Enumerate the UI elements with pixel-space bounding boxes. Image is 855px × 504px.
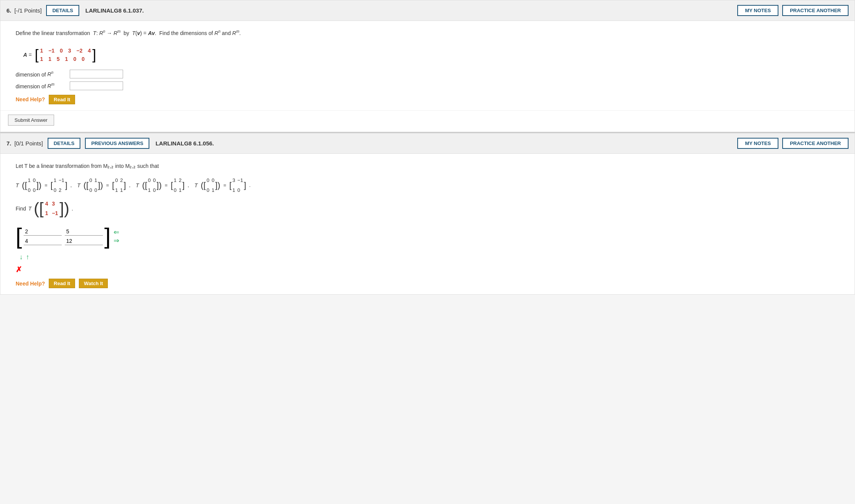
p6-details-button[interactable]: DETAILS	[46, 5, 79, 16]
p6-submit-row: Submit Answer	[0, 110, 855, 132]
p7-down-arrow-button[interactable]: ↓	[19, 253, 23, 261]
p7-prev-answers-button[interactable]: PREVIOUS ANSWERS	[85, 138, 149, 149]
p6-cell-r1c3: 1	[65, 55, 68, 63]
p6-dim-rm-row: dimension of Rm	[16, 81, 839, 90]
p7-answer-grid	[24, 228, 103, 245]
p7-up-arrow-button[interactable]: ↑	[26, 253, 29, 261]
p7-ans-r2c1-input[interactable]	[24, 237, 62, 245]
p6-description: Define the linear transformation T: Rn →…	[16, 29, 839, 37]
p7-left-arrows-button[interactable]: ⇐	[114, 229, 119, 236]
p6-matrix-label: A =	[23, 52, 32, 58]
p6-need-help-row: Need Help? Read It	[16, 95, 839, 104]
p6-bracket-left: [	[35, 48, 38, 62]
problem-7-content: Let T be a linear transformation from M₂…	[0, 154, 855, 295]
p6-problem-id: LARLINALG8 6.1.037.	[85, 7, 144, 14]
p7-points: [0/1 Points]	[14, 140, 43, 147]
p7-find-period: .	[72, 206, 73, 212]
p6-dim-rm-label: dimension of Rm	[16, 83, 65, 89]
p6-num: 6.	[6, 7, 11, 14]
p7-t2-output: [ 02 11 ]	[112, 175, 126, 195]
p7-right-arrows-button[interactable]: ⇒	[114, 237, 119, 244]
problem-6-header: 6. [-/1 Points] DETAILS LARLINALG8 6.1.0…	[0, 0, 855, 21]
p6-cell-r0c3: 3	[68, 46, 71, 55]
p7-ans-bracket-right: ]	[104, 225, 111, 248]
p6-need-help-label: Need Help?	[16, 96, 45, 102]
p7-t3-input: ( [ 00 10 ] )	[142, 175, 162, 195]
problem-6-block: 6. [-/1 Points] DETAILS LARLINALG8 6.1.0…	[0, 0, 855, 132]
p7-answer-container: [ ] ⇐ ⇒	[16, 225, 119, 248]
p6-matrix-content: 1 −1 0 3 −2 4 1 1 5 1 0 0	[40, 46, 91, 64]
problem-6-content: Define the linear transformation T: Rn →…	[0, 21, 855, 110]
problem-7-number: 7. [0/1 Points]	[6, 140, 43, 147]
p7-answer-row-1	[24, 228, 103, 236]
p6-dim-rn-row: dimension of Rn	[16, 70, 839, 78]
p7-find-t: T	[28, 206, 32, 212]
p6-cell-r0c2: 0	[60, 46, 63, 55]
p7-details-button[interactable]: DETAILS	[48, 138, 81, 149]
p7-practice-another-button[interactable]: PRACTICE ANOTHER	[782, 138, 849, 149]
p6-cell-r0c1: −1	[48, 46, 54, 55]
p6-matrix-row-2: 1 1 5 1 0 0	[40, 55, 91, 63]
p6-practice-another-button[interactable]: PRACTICE ANOTHER	[782, 5, 849, 16]
p7-t2-input: ( [ 01 00 ] )	[83, 175, 103, 195]
p7-arrow-buttons: ⇐ ⇒	[114, 229, 119, 244]
p7-ans-r1c1-input[interactable]	[24, 228, 62, 236]
p7-read-it-button[interactable]: Read It	[49, 279, 75, 288]
p6-bracket-right: ]	[92, 48, 96, 62]
p6-my-notes-button[interactable]: MY NOTES	[737, 5, 778, 16]
p6-read-it-button[interactable]: Read It	[49, 95, 75, 104]
problem-6-number: 6. [-/1 Points]	[6, 7, 42, 14]
p7-up-down-arrows: ↓ ↑	[19, 253, 839, 261]
p7-ans-r2c2-input[interactable]	[65, 237, 103, 245]
p6-header-right: MY NOTES PRACTICE ANOTHER	[737, 5, 849, 16]
p6-cell-r1c4: 0	[73, 55, 76, 63]
p7-t1-input: ( [ 10 00 ] )	[22, 175, 42, 195]
p7-num: 7.	[6, 140, 11, 147]
problem-7-block: 7. [0/1 Points] DETAILS PREVIOUS ANSWERS…	[0, 132, 855, 295]
p6-cell-r1c5: 0	[82, 55, 85, 63]
p6-cell-r0c0: 1	[40, 46, 43, 55]
p7-ans-bracket-left: [	[16, 225, 22, 248]
p7-t3-output: [ 12 01 ]	[171, 175, 185, 195]
p7-t4-input: ( [ 00 01 ] )	[201, 175, 220, 195]
p7-answer-row-2	[24, 237, 103, 245]
p6-cell-r1c1: 1	[48, 55, 51, 63]
p7-t1-output: [ 1−1 02 ]	[51, 175, 67, 195]
p7-find-label: Find	[16, 206, 26, 212]
p6-cell-r0c4: −2	[77, 46, 83, 55]
p6-points: [-/1 Points]	[14, 7, 42, 14]
p7-description: Let T be a linear transformation from M₂…	[16, 161, 839, 171]
p6-cell-r1c0: 1	[40, 55, 43, 63]
p7-my-notes-button[interactable]: MY NOTES	[737, 138, 778, 149]
p7-need-help-label: Need Help?	[16, 281, 45, 287]
p6-submit-button[interactable]: Submit Answer	[8, 115, 54, 126]
p7-find-row: Find T ( [ 4 3 1 −1 ] ) .	[16, 199, 839, 218]
p6-matrix-row-1: 1 −1 0 3 −2 4	[40, 46, 91, 55]
p7-need-help-row: Need Help? Read It Watch It	[16, 279, 839, 288]
p6-matrix-display: A = [ 1 −1 0 3 −2 4 1 1 5 1 0 0	[23, 46, 96, 64]
p7-watch-it-button[interactable]: Watch It	[79, 279, 108, 288]
p7-t4-output: [ 3−1 10 ]	[229, 175, 246, 195]
p7-find-matrix: ( [ 4 3 1 −1 ] )	[34, 199, 69, 218]
p6-cell-r0c5: 4	[88, 46, 91, 55]
p7-ans-r1c2-input[interactable]	[65, 228, 103, 236]
p6-dim-rm-input[interactable]	[70, 81, 123, 90]
p7-transformations: T ( [ 10 00 ] ) = [ 1−1 02 ] ,	[16, 175, 839, 195]
problem-7-header: 7. [0/1 Points] DETAILS PREVIOUS ANSWERS…	[0, 133, 855, 154]
p7-problem-id: LARLINALG8 6.1.056.	[155, 140, 214, 147]
p6-dim-rn-label: dimension of Rn	[16, 71, 65, 78]
p6-cell-r1c2: 5	[57, 55, 60, 63]
p7-header-right: MY NOTES PRACTICE ANOTHER	[737, 138, 849, 149]
p6-dim-rn-input[interactable]	[70, 70, 123, 78]
p7-error-mark: ✗	[16, 265, 839, 274]
